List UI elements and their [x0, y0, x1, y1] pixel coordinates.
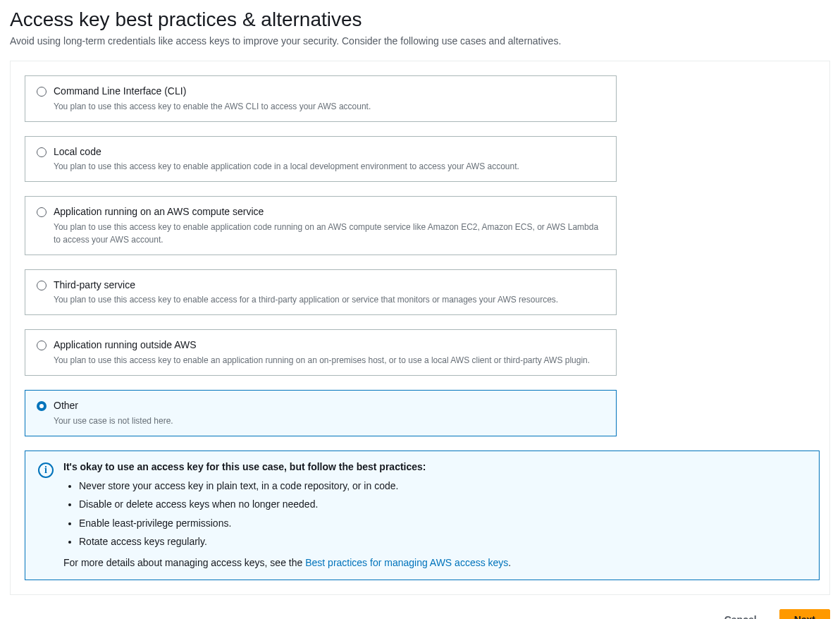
radio-desc: You plan to use this access key to enabl…: [54, 160, 605, 173]
info-footer-suffix: .: [508, 557, 511, 568]
radio-desc: You plan to use this access key to enabl…: [54, 354, 605, 367]
radio-title: Third-party service: [54, 278, 605, 293]
radio-icon: [37, 341, 47, 350]
info-bullet: Disable or delete access keys when no lo…: [79, 495, 806, 514]
radio-option-other[interactable]: Other Your use case is not listed here.: [25, 390, 617, 436]
radio-icon: [37, 281, 47, 290]
page-subtitle: Avoid using long-term credentials like a…: [10, 35, 830, 47]
radio-icon: [37, 401, 47, 411]
radio-desc: You plan to use this access key to enabl…: [54, 100, 605, 113]
button-row: Cancel Next: [10, 609, 830, 619]
radio-option-third-party[interactable]: Third-party service You plan to use this…: [25, 269, 617, 316]
radio-title: Other: [54, 399, 605, 413]
info-box: i It's okay to use an access key for thi…: [25, 451, 820, 580]
info-box-title: It's okay to use an access key for this …: [63, 461, 806, 472]
info-icon: i: [38, 462, 54, 478]
radio-title: Command Line Interface (CLI): [54, 85, 605, 99]
radio-icon: [37, 87, 47, 97]
radio-desc: You plan to use this access key to enabl…: [54, 221, 605, 246]
info-list: Never store your access key in plain tex…: [63, 477, 806, 551]
radio-title: Local code: [54, 145, 605, 159]
next-button[interactable]: Next: [779, 609, 830, 619]
page-title: Access key best practices & alternatives: [10, 8, 830, 31]
radio-option-local-code[interactable]: Local code You plan to use this access k…: [25, 136, 617, 183]
info-footer: For more details about managing access k…: [63, 557, 806, 568]
best-practices-link[interactable]: Best practices for managing AWS access k…: [305, 557, 508, 568]
info-bullet: Enable least-privilege permissions.: [79, 514, 806, 533]
radio-option-outside-aws[interactable]: Application running outside AWS You plan…: [25, 329, 617, 376]
radio-option-cli[interactable]: Command Line Interface (CLI) You plan to…: [25, 75, 617, 122]
options-panel: Command Line Interface (CLI) You plan to…: [10, 61, 830, 595]
radio-desc: You plan to use this access key to enabl…: [54, 293, 605, 306]
info-bullet: Never store your access key in plain tex…: [79, 477, 806, 496]
info-bullet: Rotate access keys regularly.: [79, 532, 806, 551]
cancel-button[interactable]: Cancel: [710, 609, 771, 619]
radio-icon: [37, 207, 47, 217]
radio-title: Application running on an AWS compute se…: [54, 205, 605, 219]
radio-option-aws-compute[interactable]: Application running on an AWS compute se…: [25, 196, 617, 255]
info-footer-prefix: For more details about managing access k…: [63, 557, 305, 568]
radio-icon: [37, 147, 47, 157]
radio-title: Application running outside AWS: [54, 338, 605, 353]
radio-desc: Your use case is not listed here.: [54, 415, 605, 427]
